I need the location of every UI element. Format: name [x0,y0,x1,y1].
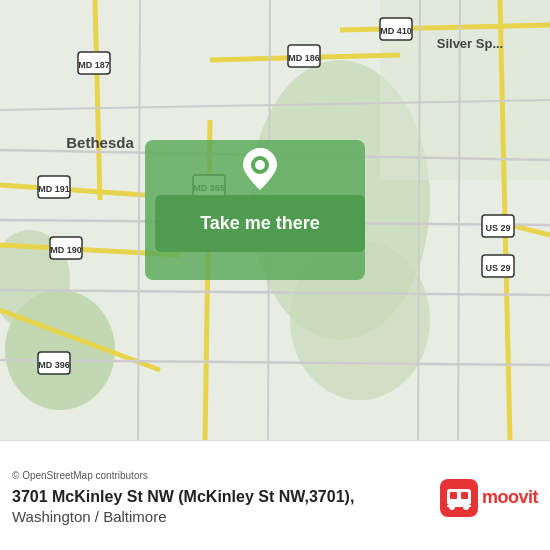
svg-text:US 29: US 29 [485,223,510,233]
svg-text:MD 186: MD 186 [288,53,320,63]
address-line1: 3701 McKinley St NW (McKinley St NW,3701… [12,487,430,508]
svg-text:MD 396: MD 396 [38,360,70,370]
moovit-logo: moovit [440,479,538,517]
svg-text:MD 190: MD 190 [50,245,82,255]
svg-rect-49 [450,492,457,499]
svg-text:Silver Sp...: Silver Sp... [437,36,503,51]
svg-text:Bethesda: Bethesda [66,134,134,151]
moovit-label: moovit [482,487,538,508]
address-block: © OpenStreetMap contributors 3701 McKinl… [12,470,430,525]
svg-text:MD 191: MD 191 [38,184,70,194]
bottom-bar: © OpenStreetMap contributors 3701 McKinl… [0,440,550,550]
moovit-icon [440,479,478,517]
svg-rect-53 [447,505,471,507]
address-line2: Washington / Baltimore [12,508,430,525]
svg-rect-50 [461,492,468,499]
svg-text:MD 187: MD 187 [78,60,110,70]
svg-text:MD 410: MD 410 [380,26,412,36]
take-me-there-button[interactable]: Take me there [155,195,365,252]
osm-credit: © OpenStreetMap contributors [12,470,430,481]
map-container: MD 187 MD 186 MD 410 MD 355 MD 191 MD 19… [0,0,550,440]
svg-text:US 29: US 29 [485,263,510,273]
map-pin-icon [243,148,277,190]
svg-point-46 [255,160,265,170]
